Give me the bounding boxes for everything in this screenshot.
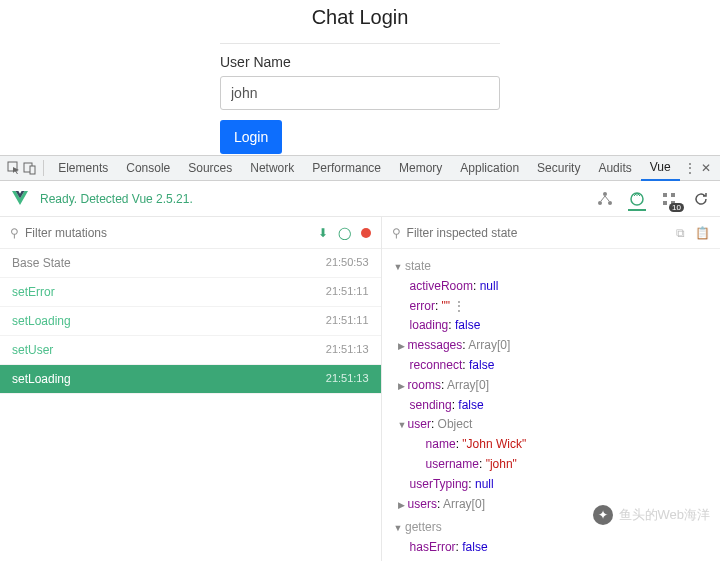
form-title: Chat Login [312,6,409,29]
vue-status-text: Ready. Detected Vue 2.5.21. [40,192,596,206]
device-icon[interactable] [23,159,39,177]
devtools-tab-application[interactable]: Application [451,155,528,181]
mutations-panel: ⚲ ⬇ ◯ Base State21:50:53setError21:51:11… [0,217,382,561]
login-button[interactable]: Login [220,120,282,154]
devtools-tab-memory[interactable]: Memory [390,155,451,181]
record-icon[interactable] [361,228,371,238]
svg-point-4 [598,201,602,205]
mutation-row[interactable]: Base State21:50:53 [0,249,381,278]
wechat-icon: ✦ [593,505,613,525]
svg-rect-9 [663,201,667,205]
svg-rect-2 [30,166,35,174]
events-badge: 10 [669,203,684,212]
mutation-row[interactable]: setUser21:51:13 [0,336,381,365]
devtools-tab-sources[interactable]: Sources [179,155,241,181]
mutation-row[interactable]: setError21:51:11 [0,278,381,307]
divider [220,43,500,44]
components-tab-icon[interactable] [596,190,614,208]
devtools-tab-vue[interactable]: Vue [641,155,680,181]
devtools-menu-icon[interactable]: ⋮ [682,159,698,177]
filter-bar-mutations: ⚲ ⬇ ◯ [0,217,381,249]
devtools-tab-network[interactable]: Network [241,155,303,181]
devtools-close-icon[interactable]: ✕ [698,159,714,177]
divider [43,160,44,176]
devtools-tab-audits[interactable]: Audits [589,155,640,181]
clipboard-icon[interactable]: 📋 [695,226,710,240]
inspect-icon[interactable] [6,159,22,177]
refresh-icon[interactable] [692,190,710,208]
filter-state-input[interactable] [407,226,676,240]
svg-point-5 [608,201,612,205]
filter-bar-state: ⚲ ⧉ 📋 [382,217,720,249]
devtools-tab-console[interactable]: Console [117,155,179,181]
copy-icon[interactable]: ⧉ [676,226,685,240]
svg-rect-8 [671,193,675,197]
mutation-row[interactable]: setLoading21:51:13 [0,365,381,394]
mutation-list: Base State21:50:53setError21:51:11setLoa… [0,249,381,561]
vue-logo-icon [10,189,30,209]
download-icon[interactable]: ⬇ [318,226,328,240]
vuex-tab-icon[interactable] [628,193,646,211]
devtools-tab-elements[interactable]: Elements [49,155,117,181]
vue-devtools-header: Ready. Detected Vue 2.5.21. 10 [0,181,720,217]
filter-mutations-input[interactable] [25,226,318,240]
state-section[interactable]: state [388,257,720,277]
commit-all-icon[interactable]: ◯ [338,226,351,240]
username-label: User Name [220,54,500,70]
devtools-tabbar: ElementsConsoleSourcesNetworkPerformance… [0,155,720,181]
watermark: ✦ 鱼头的Web海洋 [593,505,711,525]
devtools-tab-security[interactable]: Security [528,155,589,181]
svg-point-3 [603,192,607,196]
search-icon: ⚲ [392,226,401,240]
login-form: Chat Login User Name Login [0,0,720,155]
events-tab-icon[interactable]: 10 [660,190,678,208]
devtools-tab-performance[interactable]: Performance [303,155,390,181]
username-input[interactable] [220,76,500,110]
svg-rect-7 [663,193,667,197]
search-icon: ⚲ [10,226,19,240]
mutation-row[interactable]: setLoading21:51:11 [0,307,381,336]
